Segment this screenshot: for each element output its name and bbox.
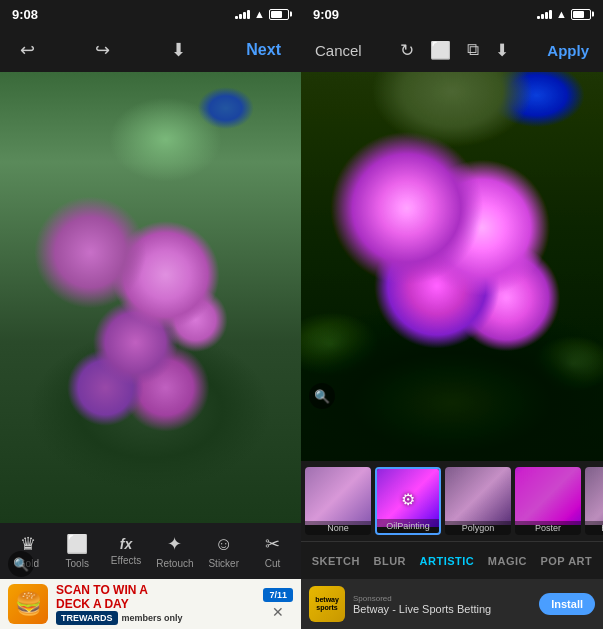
- filter-oilpainting-label: OilPainting: [377, 519, 439, 533]
- right-ad-text: Sponsored Betway - Live Sports Betting: [353, 594, 531, 615]
- trewards-badge: TREWARDS: [56, 611, 118, 625]
- apply-button[interactable]: Apply: [547, 42, 589, 59]
- filter-settings-icon: ⚙: [401, 490, 415, 509]
- ad-close-button[interactable]: ✕: [272, 604, 284, 620]
- ad-food-icon: 🍔: [8, 584, 48, 624]
- rotate-icon[interactable]: ↻: [400, 40, 414, 61]
- scan-badge: 7/11: [263, 588, 293, 602]
- left-panel: 9:08 ▲ ↩ ↪ ⬇ Next ♛ Gold: [0, 0, 301, 629]
- right-panel: 9:09 ▲ Cancel ↻ ⬜ ⧉ ⬇ Apply: [301, 0, 603, 629]
- filter-oilpainting[interactable]: ⚙ OilPainting: [375, 467, 441, 535]
- filter-none-preview: [305, 467, 371, 525]
- right-toolbar: Cancel ↻ ⬜ ⧉ ⬇ Apply: [301, 28, 603, 72]
- left-tools-row: ♛ Gold ⬜ Tools fx Effects ✦ Retouch ☺ St…: [0, 523, 301, 579]
- right-status-bar: 9:09 ▲: [301, 0, 603, 28]
- retouch-icon: ✦: [167, 533, 182, 555]
- ad-scan-text: SCAN TO WIN A: [56, 583, 255, 597]
- filter-polygon[interactable]: Polygon: [445, 467, 511, 535]
- undo-icon[interactable]: ↩: [20, 39, 35, 61]
- right-status-icons: ▲: [537, 8, 591, 20]
- filter-none-label: None: [305, 521, 371, 535]
- ad-deck-title: DECK A DAY: [56, 597, 255, 611]
- retouch-label: Retouch: [156, 558, 193, 569]
- filter-polygon-preview: [445, 467, 511, 525]
- tools-label: Tools: [66, 558, 89, 569]
- right-signal-icon: [537, 9, 552, 19]
- tool-sticker[interactable]: ☺ Sticker: [202, 534, 246, 569]
- effects-label: Effects: [111, 555, 141, 566]
- betway-brand-text: betwaysports: [315, 596, 339, 611]
- left-bottom-bar: ♛ Gold ⬜ Tools fx Effects ✦ Retouch ☺ St…: [0, 523, 301, 629]
- layers-icon[interactable]: ⧉: [467, 40, 479, 60]
- left-main-image: [0, 72, 301, 523]
- magnify-icon: 🔍: [13, 557, 29, 572]
- right-ad-banner: betwaysports Sponsored Betway - Live Spo…: [301, 579, 603, 629]
- battery-icon: [269, 9, 289, 20]
- category-tabs: SKETCH BLUR ARTISTIC MAGIC POP ART: [301, 541, 603, 579]
- ad-right-side: 7/11 ✕: [263, 588, 293, 620]
- tool-retouch[interactable]: ✦ Retouch: [153, 533, 197, 569]
- sticker-icon: ☺: [215, 534, 233, 555]
- tab-artistic[interactable]: ARTISTIC: [414, 551, 481, 571]
- right-magnify-icon: 🔍: [314, 389, 330, 404]
- filter-poster-preview: [515, 467, 581, 525]
- tab-blur[interactable]: BLUR: [367, 551, 412, 571]
- left-status-bar: 9:08 ▲: [0, 0, 301, 28]
- tool-effects[interactable]: fx Effects: [104, 536, 148, 566]
- right-wifi-icon: ▲: [556, 8, 567, 20]
- left-time: 9:08: [12, 7, 38, 22]
- tools-icon: ⬜: [66, 533, 88, 555]
- effects-icon: fx: [120, 536, 132, 552]
- ad-badge-block: TREWARDS members only: [56, 611, 255, 625]
- next-button[interactable]: Next: [246, 41, 281, 59]
- filter-halftone-label: Halftone: [585, 521, 603, 535]
- wifi-icon: ▲: [254, 8, 265, 20]
- right-main-image: 🔍: [301, 72, 603, 461]
- tool-cut[interactable]: ✂ Cut: [251, 533, 295, 569]
- sticker-label: Sticker: [208, 558, 239, 569]
- filter-none[interactable]: None: [305, 467, 371, 535]
- signal-icon: [235, 9, 250, 19]
- right-ad-title: Betway - Live Sports Betting: [353, 603, 531, 615]
- ad-banner-left: 🍔 SCAN TO WIN A DECK A DAY TREWARDS memb…: [0, 579, 301, 629]
- right-download-icon[interactable]: ⬇: [495, 40, 509, 61]
- right-time: 9:09: [313, 7, 339, 22]
- cut-icon: ✂: [265, 533, 280, 555]
- redo-icon[interactable]: ↪: [95, 39, 110, 61]
- cut-label: Cut: [265, 558, 281, 569]
- filter-polygon-label: Polygon: [445, 521, 511, 535]
- flower-photo-left: [0, 72, 301, 523]
- left-toolbar: ↩ ↪ ⬇ Next: [0, 28, 301, 72]
- cancel-button[interactable]: Cancel: [315, 42, 362, 59]
- filter-poster[interactable]: Poster: [515, 467, 581, 535]
- tab-magic[interactable]: MAGIC: [482, 551, 533, 571]
- left-magnify-button[interactable]: 🔍: [8, 551, 34, 577]
- right-battery-icon: [571, 9, 591, 20]
- filter-halftone[interactable]: Halftone: [585, 467, 603, 535]
- sponsored-label: Sponsored: [353, 594, 531, 603]
- right-toolbar-icons: ↻ ⬜ ⧉ ⬇: [400, 40, 509, 61]
- filter-poster-label: Poster: [515, 521, 581, 535]
- tab-popart[interactable]: POP ART: [534, 551, 598, 571]
- filter-strip: None ⚙ OilPainting Polygon Poster Halfto…: [301, 461, 603, 541]
- filter-halftone-preview: [585, 467, 603, 525]
- download-icon[interactable]: ⬇: [171, 39, 186, 61]
- left-status-icons: ▲: [235, 8, 289, 20]
- right-magnify-button[interactable]: 🔍: [309, 383, 335, 409]
- ad-members-text: members only: [122, 613, 183, 623]
- eraser-icon[interactable]: ⬜: [430, 40, 451, 61]
- install-button[interactable]: Install: [539, 593, 595, 615]
- tool-tools[interactable]: ⬜ Tools: [55, 533, 99, 569]
- betway-logo: betwaysports: [309, 586, 345, 622]
- tab-sketch[interactable]: SKETCH: [306, 551, 366, 571]
- flower-photo-right: [301, 72, 603, 461]
- ad-text-block: SCAN TO WIN A DECK A DAY TREWARDS member…: [56, 583, 255, 626]
